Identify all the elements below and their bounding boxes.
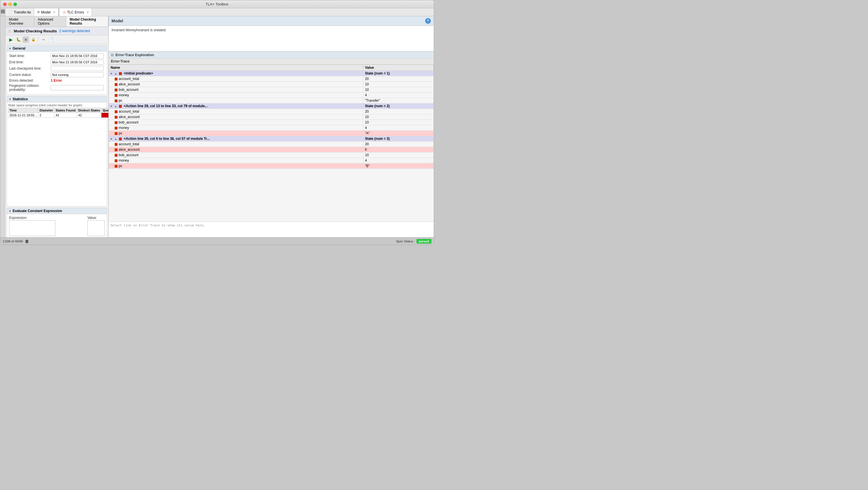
traffic-lights bbox=[3, 3, 17, 6]
table-row[interactable]: money 4 bbox=[109, 158, 434, 163]
error-trace-exploration-title: Error-Trace Exploration bbox=[116, 53, 154, 57]
arrow-button[interactable]: → bbox=[40, 36, 46, 43]
col-distinct-states[interactable]: Distinct States bbox=[77, 108, 101, 113]
col-queue-size[interactable]: Queue Size bbox=[101, 108, 108, 113]
table-row[interactable]: money 4 bbox=[109, 93, 434, 98]
status-right: Spec Status : parsed bbox=[396, 239, 431, 243]
close-button[interactable] bbox=[3, 3, 7, 6]
run-button[interactable]: ▶ bbox=[8, 36, 14, 43]
status-row: Current status: bbox=[9, 72, 105, 77]
state-header-name-0: ▼ ▲ <Initial predicate> bbox=[109, 71, 363, 76]
panels-container: Model Overview Advanced Options Model Ch… bbox=[0, 16, 434, 237]
expression-input[interactable] bbox=[9, 220, 55, 236]
left-sidebar bbox=[0, 8, 5, 16]
table-row[interactable]: pc "B" bbox=[109, 163, 434, 169]
trash-icon[interactable]: 🗑 bbox=[25, 239, 29, 243]
error-trace-header: ⊟ Error-Trace Exploration bbox=[108, 52, 434, 59]
error-trace-table-container: Name Value ▼ ▲ <Initial bbox=[108, 64, 434, 222]
transfer-icon: 📄 bbox=[8, 10, 12, 14]
tab-advanced-options[interactable]: Advanced Options bbox=[34, 16, 66, 27]
table-row[interactable]: ▼ ▲ <Action line 29, col 13 to line 33, … bbox=[109, 103, 434, 109]
title-bar: TLA+ Toolbox bbox=[0, 0, 434, 8]
sidebar-toggle[interactable] bbox=[1, 9, 5, 13]
start-time-value[interactable] bbox=[51, 53, 104, 59]
table-row[interactable]: bob_account 10 bbox=[109, 153, 434, 158]
stop-button[interactable]: ■ bbox=[23, 36, 29, 43]
general-header[interactable]: ▼ General bbox=[7, 45, 107, 52]
table-row[interactable]: account_total 20 bbox=[109, 109, 434, 115]
model-desc-text: Invariant MoneyInvariant is violated. bbox=[112, 28, 166, 32]
var-value-3: 4 bbox=[363, 93, 434, 98]
table-row[interactable]: alice_account 10 bbox=[109, 115, 434, 120]
var-name-11: alice_account bbox=[109, 147, 363, 153]
eval-value-container: Value: bbox=[87, 216, 105, 237]
col-value: Value bbox=[363, 65, 434, 71]
warnings-link[interactable]: 2 warnings detected bbox=[59, 29, 90, 33]
var-name-8: money bbox=[109, 125, 363, 131]
maximize-button[interactable] bbox=[13, 3, 17, 6]
evaluate-body: Expression: Value: bbox=[7, 214, 107, 237]
fingerprint-value[interactable] bbox=[51, 85, 104, 90]
var-value-7: 10 bbox=[363, 120, 434, 125]
spec-status-badge: parsed bbox=[416, 239, 431, 243]
table-row[interactable]: ▼ ▲ <Initial predicate> State (num = 1) bbox=[109, 71, 434, 76]
table-row[interactable]: account_total 20 bbox=[109, 141, 434, 147]
checkpoint-value[interactable] bbox=[51, 66, 104, 71]
statistics-section: ▼ Statistics State space progress (click… bbox=[7, 96, 107, 206]
var-value-9: "A" bbox=[363, 131, 434, 136]
tlc-errors-icon: ⚠ bbox=[63, 10, 66, 14]
tab-tlc-errors[interactable]: ⚠ TLC Errors ✕ bbox=[60, 8, 92, 16]
statistics-header[interactable]: ▼ Statistics bbox=[7, 96, 107, 102]
lock-button[interactable]: 🔒 bbox=[30, 36, 36, 43]
end-time-value[interactable] bbox=[51, 60, 104, 65]
tab-tlc-errors-close[interactable]: ✕ bbox=[87, 10, 89, 14]
table-row[interactable]: bob_account 10 bbox=[109, 87, 434, 93]
warning-icon: ⚠ bbox=[8, 29, 11, 33]
var-value-6: 10 bbox=[363, 115, 434, 120]
evaluate-header[interactable]: ▼ Evaluate Constant Expression bbox=[7, 208, 107, 214]
evaluate-section: ▼ Evaluate Constant Expression Expressio… bbox=[7, 208, 107, 237]
doc-button[interactable]: 📄 bbox=[48, 36, 54, 43]
table-row[interactable]: money 4 bbox=[109, 125, 434, 131]
expr-label: Expression: bbox=[9, 216, 85, 220]
eval-expr-container: Expression: bbox=[9, 216, 85, 237]
col-time[interactable]: Time bbox=[8, 108, 38, 113]
col-diameter[interactable]: Diameter bbox=[38, 108, 55, 113]
status-value[interactable] bbox=[51, 72, 104, 77]
table-row[interactable]: ▼ ▲ <Action line 35, col 6 to line 38, c… bbox=[109, 136, 434, 141]
state-header-value-2: State (num = 3) bbox=[363, 136, 434, 141]
table-row[interactable]: alice_account 10 bbox=[109, 81, 434, 87]
table-row[interactable]: account_total 20 bbox=[109, 76, 434, 81]
fingerprint-row: Fingerprint collision probability: bbox=[9, 84, 105, 92]
var-value-10: 20 bbox=[363, 141, 434, 147]
checkpoint-label: Last checkpoint time: bbox=[9, 66, 51, 70]
col-states-found[interactable]: States Found bbox=[55, 108, 77, 113]
tab-model-overview[interactable]: Model Overview bbox=[5, 16, 34, 27]
col-name: Name bbox=[109, 65, 363, 71]
table-row[interactable]: pc "Transfer" bbox=[109, 98, 434, 103]
error-link[interactable]: 1 Error bbox=[51, 78, 62, 83]
tab-model[interactable]: ⚙ Model ✕ bbox=[34, 8, 59, 16]
help-button[interactable]: ? bbox=[425, 18, 431, 24]
var-value-4: "Transfer" bbox=[363, 98, 434, 103]
tab-model-checking-results[interactable]: Model Checking Results bbox=[66, 16, 108, 27]
start-time-row: Start time: bbox=[9, 53, 105, 59]
var-value-5: 20 bbox=[363, 109, 434, 115]
table-row[interactable]: pc "A" bbox=[109, 131, 434, 136]
select-hint: Select line in Error Trace to show its v… bbox=[108, 222, 434, 237]
table-row[interactable]: alice_account 6 bbox=[109, 147, 434, 153]
var-value-8: 4 bbox=[363, 125, 434, 131]
left-panel-body: ⚠ Model Checking Results 2 warnings dete… bbox=[5, 27, 108, 237]
expand-icon[interactable]: ⊟ bbox=[111, 53, 114, 57]
right-panel-title: Model bbox=[112, 19, 123, 23]
debug-button[interactable]: 🐛 bbox=[15, 36, 22, 43]
trace-header-row: Name Value bbox=[109, 65, 434, 71]
var-value-12: 10 bbox=[363, 153, 434, 158]
tab-transfer[interactable]: 📄 Transfer.tla bbox=[5, 8, 34, 16]
minimize-button[interactable] bbox=[8, 3, 12, 6]
table-row[interactable]: bob_account 10 bbox=[109, 120, 434, 125]
var-value-13: 4 bbox=[363, 158, 434, 163]
tab-model-close[interactable]: ✕ bbox=[53, 10, 55, 14]
var-name-3: money bbox=[109, 93, 363, 98]
var-name-0: account_total bbox=[109, 76, 363, 81]
